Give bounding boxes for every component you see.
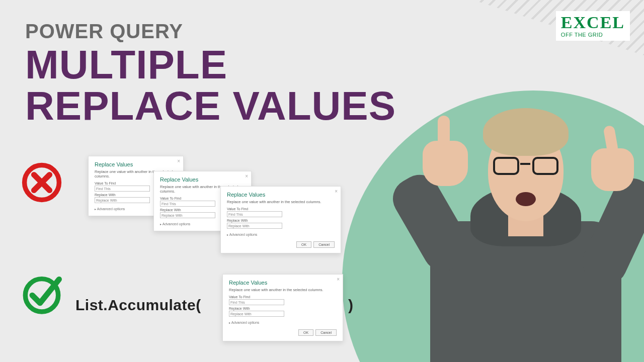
check-circle-icon bbox=[20, 272, 63, 315]
label-replace: Replace With bbox=[229, 307, 337, 310]
input-find: Find This bbox=[95, 186, 150, 192]
function-close: ) bbox=[348, 297, 353, 314]
dialog-title: Replace Values bbox=[227, 192, 335, 198]
logo-line1: EXCEL bbox=[561, 14, 625, 31]
brand-logo: EXCEL OFF THE GRID bbox=[556, 11, 630, 41]
dialog-subtitle: Replace one value with another in the se… bbox=[229, 288, 337, 292]
input-find: Find This bbox=[160, 201, 215, 207]
cancel-button: Cancel bbox=[313, 241, 335, 248]
close-icon: × bbox=[335, 189, 338, 194]
input-replace: Replace With bbox=[227, 223, 282, 229]
headline-line1: MULTIPLE bbox=[25, 46, 396, 84]
label-replace: Replace With bbox=[227, 219, 335, 222]
ok-button: OK bbox=[298, 329, 313, 336]
input-replace: Replace With bbox=[95, 197, 150, 203]
close-icon: × bbox=[177, 158, 180, 164]
dialog-subtitle: Replace one value with another in the se… bbox=[227, 200, 335, 204]
label-find: Value To Find bbox=[227, 207, 335, 211]
dialog-title: Replace Values bbox=[229, 280, 337, 286]
replace-values-dialog-single: × Replace Values Replace one value with … bbox=[222, 274, 343, 341]
input-find: Find This bbox=[227, 211, 282, 217]
ok-button: OK bbox=[296, 241, 311, 248]
cross-circle-icon bbox=[20, 161, 63, 204]
replace-values-dialog-3: × Replace Values Replace one value with … bbox=[220, 186, 341, 253]
cancel-button: Cancel bbox=[315, 329, 337, 336]
headline-line2: REPLACE VALUES bbox=[25, 87, 396, 125]
presenter-photo bbox=[418, 90, 634, 362]
dialog-title: Replace Values bbox=[95, 161, 177, 167]
close-icon: × bbox=[337, 277, 340, 282]
input-replace: Replace With bbox=[229, 311, 284, 317]
label-find: Value To Find bbox=[229, 295, 337, 299]
advanced-toggle: Advanced options bbox=[229, 321, 337, 324]
input-find: Find This bbox=[229, 299, 284, 305]
function-open: List.Accumulate( bbox=[75, 297, 201, 314]
logo-line2: OFF THE GRID bbox=[561, 32, 625, 38]
title-block: POWER QUERY MULTIPLE REPLACE VALUES bbox=[25, 20, 396, 125]
dialog-title: Replace Values bbox=[160, 176, 245, 183]
advanced-toggle: Advanced options bbox=[227, 233, 335, 236]
input-replace: Replace With bbox=[160, 212, 215, 218]
close-icon: × bbox=[245, 173, 248, 179]
eyebrow-text: POWER QUERY bbox=[25, 20, 396, 43]
